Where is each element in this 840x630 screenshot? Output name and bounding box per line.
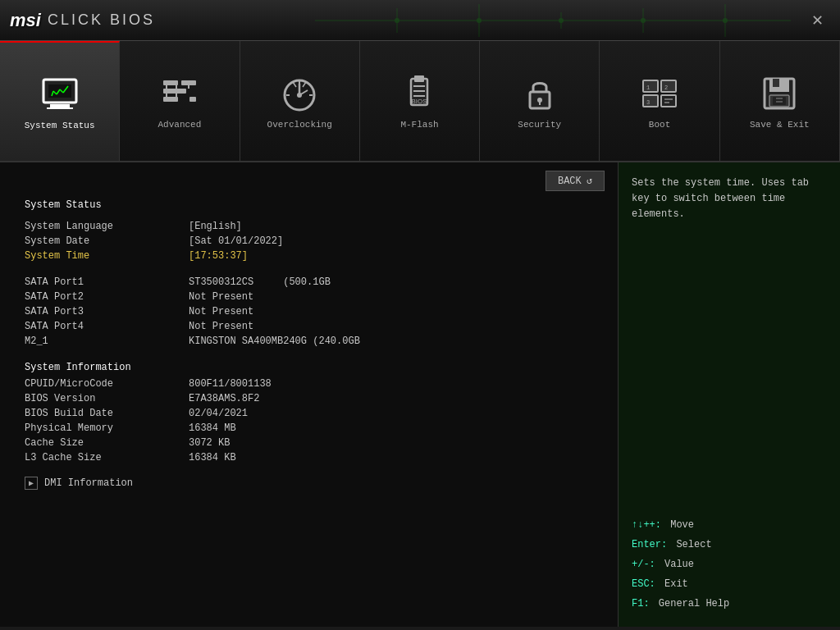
bios-date-value: 02/04/2021 [189,408,248,419]
sata-port2-value: Not Present [189,291,253,303]
tab-boot[interactable]: 1 2 3 Boot [600,41,719,161]
l3-cache-label: L3 Cache Size [25,452,189,463]
titlebar-logo: msi CLICK BIOS [10,10,155,31]
dmi-row[interactable]: ▶ DMI Information [25,477,593,490]
svg-rect-58 [773,79,779,87]
bios-date-row: BIOS Build Date 02/04/2021 [25,408,593,419]
l3-cache-value: 16384 KB [189,452,236,463]
key-f1-key: F1: [632,594,650,614]
physical-memory-label: Physical Memory [25,422,189,434]
svg-rect-48 [661,80,676,92]
bios-version-row: BIOS Version E7A38AMS.8F2 [25,393,593,404]
key-hint-move: ↑↓++: Move [632,515,827,535]
key-hint-enter: Enter: Select [632,535,827,555]
tab-system-status[interactable]: System Status [0,41,120,161]
cache-size-label: Cache Size [25,437,189,449]
right-panel: Sets the system time. Uses tab key to sw… [619,162,840,627]
tab-overclocking-label: Overclocking [267,120,332,130]
key-value-action: Value [659,555,694,574]
key-f1-action: General Help [653,594,730,614]
svg-rect-24 [181,80,196,85]
tab-mflash[interactable]: BIOS M-Flash [360,41,480,161]
key-move-key: ↑↓++: [632,515,661,535]
sata-port2-row: SATA Port2 Not Present [25,291,593,303]
key-hint-esc: ESC: Exit [632,574,827,594]
m2-1-value: KINGSTON SA400MB240G (240.0GB [189,336,360,347]
back-arrow-icon: ↺ [587,175,592,187]
m2-1-label: M2_1 [25,336,189,347]
svg-point-34 [297,93,302,98]
system-date-row: System Date [Sat 01/01/2022] [25,235,593,247]
svg-rect-12 [50,104,70,107]
sata-port1-label: SATA Port1 [25,276,189,288]
physical-memory-value: 16384 MB [189,422,236,434]
dmi-arrow-icon: ▶ [25,477,38,490]
boot-icon: 1 2 3 [638,72,681,115]
msi-logo: msi [10,10,41,31]
key-enter-action: Select [670,535,711,555]
svg-rect-53 [661,95,676,107]
tab-system-status-label: System Status [25,121,95,130]
system-language-value: [English] [189,221,242,232]
sata-port1-value: ST3500312CS (500.1GB [189,276,331,288]
tab-boot-label: Boot [649,120,670,130]
system-time-value[interactable]: [17:53:37] [189,250,248,262]
tab-save-exit[interactable]: Save & Exit [720,41,840,161]
physical-memory-row: Physical Memory 16384 MB [25,422,593,434]
overclocking-icon [278,72,321,115]
system-language-label: System Language [25,221,189,232]
tab-save-exit-label: Save & Exit [750,120,810,130]
svg-rect-25 [189,97,196,102]
sata-port4-value: Not Present [189,321,253,332]
tab-advanced[interactable]: Advanced [120,41,240,161]
system-status-content: System Status System Language [English] … [0,199,618,498]
system-time-label: System Time [25,250,189,262]
tab-security-label: Security [518,120,561,130]
sata-port3-value: Not Present [189,306,253,317]
svg-rect-13 [47,107,73,109]
svg-rect-42 [413,95,425,97]
back-button[interactable]: BACK ↺ [546,171,605,191]
system-time-row[interactable]: System Time [17:53:37] [25,250,593,262]
svg-rect-49 [643,95,658,107]
svg-text:3: 3 [646,99,650,106]
svg-rect-22 [163,89,186,94]
bios-version-label: BIOS Version [25,393,189,404]
svg-rect-39 [414,75,424,82]
sata-port4-row: SATA Port4 Not Present [25,321,593,332]
l3-cache-row: L3 Cache Size 16384 KB [25,452,593,463]
bios-date-label: BIOS Build Date [25,408,189,419]
left-panel: BACK ↺ System Status System Language [En… [0,162,619,627]
tab-security[interactable]: Security [480,41,600,161]
key-value-key: +/-: [632,555,655,574]
sata-port3-row: SATA Port3 Not Present [25,306,593,317]
close-button[interactable]: ✕ [805,8,830,33]
key-hints: ↑↓++: Move Enter: Select +/-: Value ESC:… [632,515,827,614]
sata-port3-label: SATA Port3 [25,306,189,317]
circuit-decoration [315,0,807,41]
dmi-label: DMI Information [44,477,133,489]
advanced-icon [158,72,201,115]
monitor-icon [39,73,81,116]
svg-point-7 [477,18,482,23]
svg-point-8 [559,18,564,23]
tab-overclocking[interactable]: Overclocking [240,41,360,161]
main-area: BACK ↺ System Status System Language [En… [0,162,840,627]
click-bios-text: CLICK BIOS [48,11,155,29]
svg-point-10 [723,18,728,23]
titlebar: msi CLICK BIOS ✕ [0,0,840,41]
svg-rect-40 [413,85,425,87]
mflash-icon: BIOS [398,72,441,115]
svg-rect-41 [413,90,425,92]
cpuid-label: CPUID/MicroCode [25,378,189,390]
system-date-value: [Sat 01/01/2022] [189,235,283,247]
svg-rect-47 [643,80,658,92]
key-enter-key: Enter: [632,535,667,555]
sata-port4-label: SATA Port4 [25,321,189,332]
system-date-label: System Date [25,235,189,247]
svg-point-9 [641,18,646,23]
svg-text:2: 2 [664,84,668,91]
back-bar: BACK ↺ [0,162,618,199]
key-esc-action: Exit [659,574,688,594]
svg-text:1: 1 [646,84,650,91]
